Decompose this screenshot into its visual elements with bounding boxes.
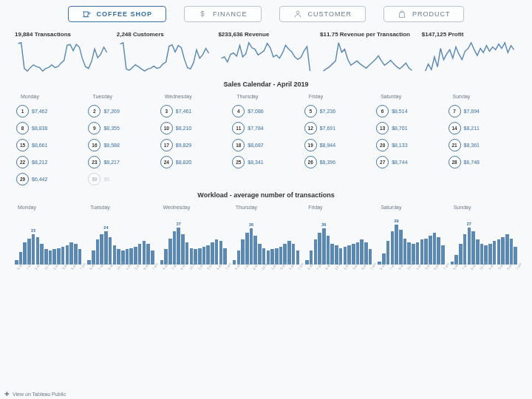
workload-chart[interactable]: 295 am7 am9 am11 am1 pm3 pm5 pm7 pm [376, 214, 446, 269]
calendar-cell[interactable]: 18$8,687 [232, 137, 299, 153]
spark-title: 19,884 Transactions [15, 31, 110, 38]
calendar-day-value: $0 [103, 177, 109, 182]
workload-peak-label: 27 [467, 222, 471, 226]
workload-bar [399, 230, 403, 265]
calendar-day-value: $8,944 [320, 143, 335, 148]
calendar-cell[interactable]: 6$8,514 [376, 103, 443, 119]
workload-bars: 27 [449, 223, 519, 265]
calendar-cell[interactable]: 19$8,944 [304, 137, 372, 153]
workload-bar [327, 236, 330, 265]
workload-bar [378, 262, 381, 265]
workload-bar [318, 233, 321, 265]
workload-chart[interactable]: 225 am7 am9 am11 am1 pm3 pm5 pm7 pm [13, 214, 83, 269]
calendar-cell[interactable]: 11$7,784 [232, 120, 299, 136]
calendar-cell[interactable]: 28$6,748 [449, 154, 516, 170]
workload-header: Friday [304, 203, 373, 211]
tab-coffee-shop[interactable]: COFFEE SHOP [68, 6, 167, 22]
calendar-cell[interactable]: 24$8,820 [160, 154, 228, 170]
footer-label: View on Tableau Public [13, 392, 66, 397]
workload-peak-label: 26 [249, 222, 253, 227]
calendar-cell[interactable]: 30$0 [88, 171, 155, 187]
spark-rpt[interactable]: $11.75 Revenue per Transaction [320, 31, 415, 75]
workload-bar [420, 239, 424, 265]
workload-bar [352, 244, 355, 265]
calendar-cell[interactable]: 29$6,442 [16, 171, 83, 187]
workload-chart[interactable]: 245 am7 am9 am11 am1 pm3 pm5 pm7 pm [86, 214, 155, 269]
tab-product[interactable]: PRODUCT [383, 6, 465, 22]
workload-chart[interactable]: 265 am7 am9 am11 am1 pm3 pm5 pm7 pm [304, 214, 373, 269]
calendar-day-circle: 20 [376, 139, 389, 151]
workload-bar [223, 248, 227, 265]
tableau-footer-link[interactable]: ✚ View on Tableau Public [4, 391, 66, 398]
calendar-cell[interactable]: 3$7,461 [160, 103, 228, 119]
workload-bar [66, 245, 69, 265]
workload-bars: 22 [13, 223, 83, 265]
workload-bars: 26 [231, 223, 301, 265]
workload-peak-label: 27 [177, 222, 181, 226]
calendar-cell[interactable]: 8$8,838 [16, 120, 83, 136]
spark-customers[interactable]: 2,248 Customers [117, 31, 212, 75]
workload-bar [437, 237, 440, 265]
workload-peak-label: 22 [31, 228, 35, 233]
workload-bar [510, 239, 514, 265]
bag-icon [398, 10, 406, 18]
tab-label: PRODUCT [412, 10, 451, 18]
workload-chart[interactable]: 275 am7 am9 am11 am1 pm3 pm5 pm7 pm [449, 214, 519, 269]
workload-bar [296, 250, 300, 265]
workload-bar [36, 237, 40, 265]
workload-bar [501, 237, 505, 265]
workload-bar [330, 244, 334, 265]
calendar-day-circle: 22 [16, 156, 29, 168]
spark-revenue[interactable]: $233,636 Revenue [218, 31, 313, 75]
tab-customer[interactable]: CUSTOMER [279, 6, 366, 22]
workload-bar [27, 239, 31, 265]
calendar-cell[interactable]: 25$8,341 [232, 154, 299, 170]
calendar-cell[interactable]: 10$8,210 [160, 120, 228, 136]
calendar-cell[interactable]: 9$8,355 [88, 120, 155, 136]
workload-bar [87, 260, 91, 265]
workload-bars: 27 [159, 223, 228, 265]
calendar-day-value: $7,784 [248, 126, 263, 131]
calendar-cell[interactable]: 4$7,086 [232, 103, 299, 119]
spark-title: 2,248 Customers [117, 31, 212, 38]
dollar-icon [198, 10, 207, 18]
calendar-cell[interactable]: 15$8,661 [16, 137, 83, 153]
workload-chart[interactable]: 265 am7 am9 am11 am1 pm3 pm5 pm7 pm [231, 214, 301, 269]
workload-header: Sunday [449, 203, 519, 211]
spark-profit[interactable]: $147,125 Profit [422, 31, 517, 75]
workload-grid: MondayTuesdayWednesdayThursdayFridaySatu… [0, 203, 532, 269]
calendar-cell[interactable]: 2$7,269 [88, 103, 155, 119]
workload-chart[interactable]: 275 am7 am9 am11 am1 pm3 pm5 pm7 pm [159, 214, 228, 269]
calendar-cell[interactable]: 12$7,691 [304, 120, 372, 136]
calendar-cell[interactable]: 7$7,894 [449, 103, 516, 119]
calendar-cell[interactable]: 1$7,462 [16, 103, 83, 119]
calendar-cell[interactable]: 23$8,217 [88, 154, 155, 170]
workload-bar [441, 245, 445, 265]
calendar-cell[interactable]: 21$8,361 [449, 137, 516, 153]
calendar-cell[interactable]: 14$8,211 [449, 120, 516, 136]
workload-bar [344, 247, 347, 265]
workload-bar [433, 233, 437, 265]
calendar-day-circle: 11 [232, 122, 245, 134]
workload-bar [451, 262, 454, 265]
calendar-cell[interactable]: 17$9,829 [160, 137, 228, 153]
workload-bar [134, 247, 137, 265]
workload-header: Monday [13, 203, 83, 211]
calendar-cell[interactable]: 22$8,212 [16, 154, 83, 170]
calendar-day-value: $8,744 [392, 160, 407, 165]
calendar-day-value: $7,086 [248, 109, 263, 114]
calendar-cell[interactable]: 20$8,133 [376, 137, 443, 153]
calendar-day-circle: 17 [160, 139, 173, 151]
spark-transactions[interactable]: 19,884 Transactions [15, 31, 110, 75]
calendar-cell[interactable]: 5$7,236 [304, 103, 372, 119]
workload-bar [424, 239, 428, 265]
calendar-cell[interactable]: 13$8,701 [376, 120, 443, 136]
workload-bar: 22 [32, 234, 35, 265]
calendar-cell[interactable]: 27$8,744 [376, 154, 443, 170]
calendar-cell[interactable]: 26$8,396 [304, 154, 372, 170]
calendar-cell[interactable]: 16$8,588 [88, 137, 155, 153]
calendar-day-circle: 25 [232, 156, 245, 168]
workload-xaxis: 5 am7 am9 am11 am1 pm3 pm5 pm7 pm [13, 265, 83, 269]
workload-bar [493, 241, 497, 265]
tab-finance[interactable]: FINANCE [184, 6, 262, 22]
